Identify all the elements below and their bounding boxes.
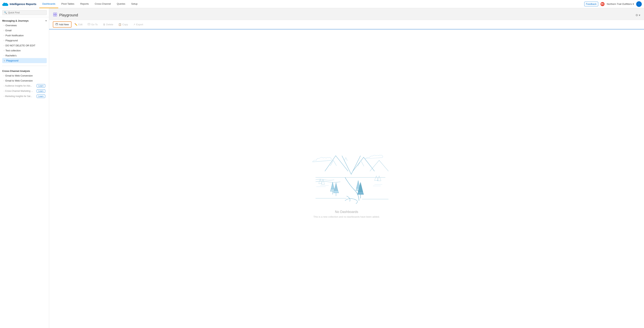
sidebar-item-label-push: Push Notification [6, 34, 24, 37]
learn-button-3[interactable]: Learn [37, 94, 45, 98]
page-settings-button[interactable]: ⚙ ▾ [636, 14, 640, 17]
svg-rect-3 [55, 15, 57, 16]
section-title-messaging: Messaging & Journeys [2, 19, 29, 22]
sidebar-item-rachelles[interactable]: › Rachelle's [2, 53, 47, 58]
nav-tabs: Dashboards Pivot Tables Reports Cross-Ch… [39, 0, 584, 8]
feedback-button[interactable]: Feedback [584, 2, 598, 6]
sidebar-search-area: 🔍 [0, 8, 49, 17]
app-title: Intelligence Reports [10, 2, 36, 6]
sidebar-learn-item-1: › Audience Insights for Adv... Learn [2, 83, 47, 88]
search-box[interactable]: 🔍 [2, 10, 47, 15]
nav-tab-cross-channel[interactable]: Cross-Channel [92, 0, 114, 8]
go-to-icon [88, 23, 90, 26]
user-avatar[interactable]: 👤 [636, 1, 642, 7]
delete-icon: 🗑 [103, 23, 105, 26]
chevron-right-icon: › [4, 40, 4, 42]
chevron-down-icon: ▾ [633, 2, 634, 6]
learn-button-1[interactable]: Learn [37, 84, 45, 88]
nav-right: Feedback 99+ Northern Trail Outfitters ▾… [584, 1, 642, 7]
nav-tab-pivot-tables[interactable]: Pivot Tables [58, 0, 77, 8]
sidebar-item-label-rachelles: Rachelle's [6, 54, 16, 57]
sidebar-item-email-web-1[interactable]: › Email to Web Conversion [2, 73, 47, 78]
delete-label: Delete [106, 23, 113, 26]
no-dashboards-subtitle: This is a new collection and no dashboar… [314, 216, 380, 218]
sidebar-item-label-email-web-1: Email to Web Conversion [6, 74, 32, 77]
sidebar-item-push-notification[interactable]: › Push Notification [2, 33, 47, 38]
toolbar: Add New ✏️ Edit Go To 🗑 Delete [49, 20, 644, 30]
chevron-right-icon: › [4, 95, 4, 97]
chevron-right-icon: › [4, 75, 4, 77]
search-input[interactable] [8, 11, 45, 14]
chevron-right-icon: › [4, 85, 4, 87]
sidebar: 🔍 Messaging & Journeys ▾ › Overviews › E… [0, 8, 49, 328]
add-new-icon [56, 23, 58, 26]
sidebar-section-header-messaging: Messaging & Journeys ▾ [2, 19, 47, 22]
copy-label: Copy [122, 23, 128, 26]
section-title-cross-channel: Cross-Channel Analysis [2, 70, 30, 72]
main-top-bg [49, 8, 644, 10]
sidebar-item-email-web-2[interactable]: › Email to Web Conversion [2, 78, 47, 83]
go-to-button[interactable]: Go To [86, 22, 100, 27]
learn-button-2[interactable]: Learn [37, 89, 45, 93]
add-new-button[interactable]: Add New [53, 22, 72, 28]
sidebar-item-overviews[interactable]: › Overviews [2, 23, 47, 28]
nav-tab-dashboards[interactable]: Dashboards [39, 0, 58, 8]
sidebar-item-email[interactable]: › Email [2, 28, 47, 33]
main-content: Playground ⚙ ▾ Add New ✏️ Edit [49, 8, 644, 328]
sidebar-item-playground-top[interactable]: › Playground [2, 38, 47, 43]
empty-state-illustration [300, 139, 393, 206]
page-header: Playground ⚙ ▾ [49, 10, 644, 20]
svg-rect-1 [54, 15, 55, 16]
export-button[interactable]: ↗ Export [131, 22, 146, 27]
sidebar-item-playground-active[interactable]: ∨ Playground [2, 58, 47, 63]
sidebar-learn-label-2: Cross-Channel Marketing ... [5, 90, 36, 92]
sidebar-item-label-do-not-delete: DO NOT DELETE OR EDIT [6, 44, 35, 47]
no-dashboards-title: No Dashboards [335, 210, 358, 214]
org-name: Northern Trail Outfitters [607, 2, 632, 6]
chevron-right-icon: › [4, 54, 4, 56]
sidebar-item-label-playground-top: Playground [6, 39, 18, 42]
user-icon: 👤 [638, 2, 640, 6]
nav-tab-queries[interactable]: Queries [114, 0, 128, 8]
sidebar-divider [2, 66, 47, 66]
copy-button[interactable]: 📋 Copy [116, 22, 130, 27]
edit-button[interactable]: ✏️ Edit [72, 22, 85, 27]
go-to-label: Go To [91, 23, 98, 26]
app-layout: 🔍 Messaging & Journeys ▾ › Overviews › E… [0, 8, 644, 328]
svg-rect-2 [55, 13, 57, 14]
sidebar-item-label-email: Email [6, 29, 12, 32]
sidebar-learn-item-3: › Marketing Insights for Sal... Learn [2, 94, 47, 99]
export-icon: ↗ [133, 23, 135, 26]
sidebar-section-header-cross-channel: Cross-Channel Analysis [2, 70, 47, 72]
sidebar-item-do-not-delete[interactable]: › DO NOT DELETE OR EDIT [2, 43, 47, 48]
sidebar-learn-label-3: Marketing Insights for Sal... [5, 95, 36, 98]
collapse-icon[interactable]: ▾ [46, 19, 47, 22]
delete-button[interactable]: 🗑 Delete [101, 22, 116, 27]
page-header-left: Playground [53, 12, 78, 18]
sidebar-item-label-playground-active: Playground [6, 59, 18, 62]
org-selector[interactable]: Northern Trail Outfitters ▾ [607, 2, 634, 6]
app-logo[interactable]: Intelligence Reports [2, 1, 36, 7]
top-nav: Intelligence Reports Dashboards Pivot Ta… [0, 0, 644, 8]
chevron-right-icon: › [4, 80, 4, 82]
nav-tab-setup[interactable]: Setup [128, 0, 140, 8]
search-icon: 🔍 [4, 11, 7, 14]
edit-label: Edit [78, 23, 82, 26]
svg-rect-0 [54, 13, 55, 14]
sidebar-item-label-test-collection: Test collection [6, 49, 21, 52]
sidebar-item-label-overviews: Overviews [6, 24, 17, 27]
svg-rect-4 [56, 24, 58, 25]
sidebar-learn-item-2: › Cross-Channel Marketing ... Learn [2, 88, 47, 94]
svg-rect-6 [300, 143, 393, 202]
chevron-right-icon: › [4, 50, 4, 52]
notification-badge[interactable]: 99+ [600, 2, 604, 6]
chevron-right-icon: › [4, 44, 4, 46]
chevron-down-icon: ∨ [4, 60, 5, 62]
page-title: Playground [59, 13, 78, 17]
nav-tab-reports[interactable]: Reports [77, 0, 92, 8]
export-label: Export [136, 23, 143, 26]
sidebar-item-label-email-web-2: Email to Web Conversion [6, 79, 32, 82]
chevron-right-icon: › [4, 34, 4, 36]
sidebar-learn-label-1: Audience Insights for Adv... [5, 84, 36, 87]
sidebar-item-test-collection[interactable]: › Test collection [2, 48, 47, 53]
